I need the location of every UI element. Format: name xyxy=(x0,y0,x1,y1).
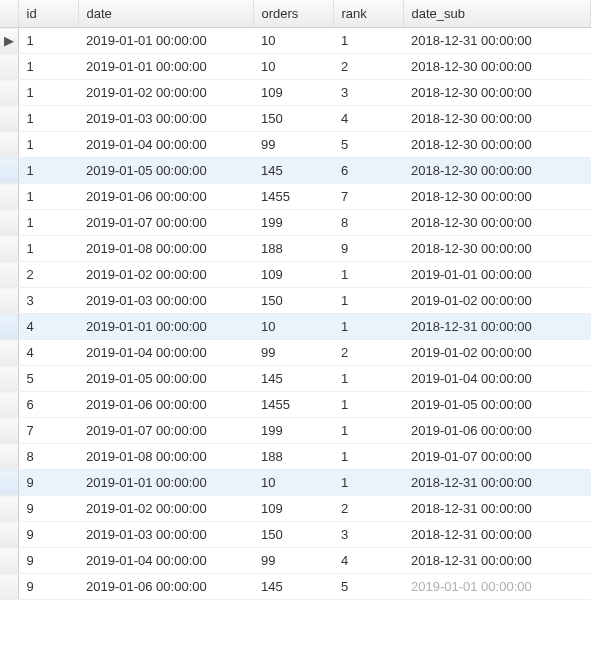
cell-date[interactable]: 2019-01-02 00:00:00 xyxy=(78,262,253,288)
table-row[interactable]: 32019-01-03 00:00:0015012019-01-02 00:00… xyxy=(0,288,591,314)
table-row[interactable]: 42019-01-04 00:00:009922019-01-02 00:00:… xyxy=(0,340,591,366)
cell-date_sub[interactable]: 2019-01-02 00:00:00 xyxy=(403,288,591,314)
cell-date[interactable]: 2019-01-05 00:00:00 xyxy=(78,366,253,392)
cell-date[interactable]: 2019-01-04 00:00:00 xyxy=(78,548,253,574)
cell-orders[interactable]: 145 xyxy=(253,574,333,600)
cell-date[interactable]: 2019-01-06 00:00:00 xyxy=(78,574,253,600)
cell-date[interactable]: 2019-01-03 00:00:00 xyxy=(78,106,253,132)
cell-rank[interactable]: 1 xyxy=(333,262,403,288)
table-row[interactable]: 82019-01-08 00:00:0018812019-01-07 00:00… xyxy=(0,444,591,470)
cell-date[interactable]: 2019-01-01 00:00:00 xyxy=(78,28,253,54)
cell-id[interactable]: 9 xyxy=(18,548,78,574)
cell-id[interactable]: 1 xyxy=(18,210,78,236)
cell-rank[interactable]: 4 xyxy=(333,106,403,132)
cell-date[interactable]: 2019-01-07 00:00:00 xyxy=(78,418,253,444)
table-row[interactable]: 12019-01-02 00:00:0010932018-12-30 00:00… xyxy=(0,80,591,106)
cell-rank[interactable]: 3 xyxy=(333,522,403,548)
table-row[interactable]: 12019-01-05 00:00:0014562018-12-30 00:00… xyxy=(0,158,591,184)
table-row[interactable]: 92019-01-04 00:00:009942018-12-31 00:00:… xyxy=(0,548,591,574)
table-row[interactable]: 92019-01-06 00:00:0014552019-01-01 00:00… xyxy=(0,574,591,600)
cell-date[interactable]: 2019-01-01 00:00:00 xyxy=(78,54,253,80)
data-grid[interactable]: id date orders rank date_sub ▶12019-01-0… xyxy=(0,0,591,600)
cell-date_sub[interactable]: 2019-01-02 00:00:00 xyxy=(403,340,591,366)
cell-date_sub[interactable]: 2018-12-30 00:00:00 xyxy=(403,210,591,236)
cell-date_sub[interactable]: 2018-12-30 00:00:00 xyxy=(403,184,591,210)
table-row[interactable]: 92019-01-03 00:00:0015032018-12-31 00:00… xyxy=(0,522,591,548)
cell-date[interactable]: 2019-01-08 00:00:00 xyxy=(78,236,253,262)
cell-date_sub[interactable]: 2018-12-31 00:00:00 xyxy=(403,28,591,54)
cell-rank[interactable]: 1 xyxy=(333,314,403,340)
table-row[interactable]: 12019-01-04 00:00:009952018-12-30 00:00:… xyxy=(0,132,591,158)
cell-date[interactable]: 2019-01-03 00:00:00 xyxy=(78,288,253,314)
table-row[interactable]: 12019-01-06 00:00:00145572018-12-30 00:0… xyxy=(0,184,591,210)
cell-date_sub[interactable]: 2018-12-31 00:00:00 xyxy=(403,314,591,340)
cell-orders[interactable]: 150 xyxy=(253,288,333,314)
cell-date_sub[interactable]: 2018-12-31 00:00:00 xyxy=(403,522,591,548)
cell-rank[interactable]: 6 xyxy=(333,158,403,184)
cell-orders[interactable]: 109 xyxy=(253,262,333,288)
cell-date_sub[interactable]: 2018-12-31 00:00:00 xyxy=(403,470,591,496)
col-header-orders[interactable]: orders xyxy=(253,0,333,28)
cell-date_sub[interactable]: 2018-12-30 00:00:00 xyxy=(403,106,591,132)
cell-orders[interactable]: 188 xyxy=(253,444,333,470)
cell-id[interactable]: 9 xyxy=(18,496,78,522)
cell-orders[interactable]: 10 xyxy=(253,28,333,54)
cell-id[interactable]: 6 xyxy=(18,392,78,418)
cell-orders[interactable]: 188 xyxy=(253,236,333,262)
cell-date_sub[interactable]: 2019-01-07 00:00:00 xyxy=(403,444,591,470)
cell-orders[interactable]: 150 xyxy=(253,522,333,548)
cell-id[interactable]: 8 xyxy=(18,444,78,470)
cell-date[interactable]: 2019-01-04 00:00:00 xyxy=(78,340,253,366)
table-row[interactable]: 12019-01-03 00:00:0015042018-12-30 00:00… xyxy=(0,106,591,132)
cell-rank[interactable]: 5 xyxy=(333,132,403,158)
cell-id[interactable]: 1 xyxy=(18,236,78,262)
cell-date[interactable]: 2019-01-06 00:00:00 xyxy=(78,184,253,210)
cell-id[interactable]: 1 xyxy=(18,158,78,184)
cell-id[interactable]: 7 xyxy=(18,418,78,444)
cell-date_sub[interactable]: 2018-12-30 00:00:00 xyxy=(403,132,591,158)
cell-orders[interactable]: 145 xyxy=(253,366,333,392)
cell-id[interactable]: 1 xyxy=(18,28,78,54)
cell-orders[interactable]: 199 xyxy=(253,210,333,236)
cell-orders[interactable]: 10 xyxy=(253,54,333,80)
table-row[interactable]: ▶12019-01-01 00:00:001012018-12-31 00:00… xyxy=(0,28,591,54)
cell-orders[interactable]: 10 xyxy=(253,470,333,496)
cell-orders[interactable]: 10 xyxy=(253,314,333,340)
cell-id[interactable]: 2 xyxy=(18,262,78,288)
col-header-rank[interactable]: rank xyxy=(333,0,403,28)
cell-orders[interactable]: 99 xyxy=(253,340,333,366)
table-row[interactable]: 22019-01-02 00:00:0010912019-01-01 00:00… xyxy=(0,262,591,288)
cell-date_sub[interactable]: 2018-12-31 00:00:00 xyxy=(403,496,591,522)
cell-orders[interactable]: 145 xyxy=(253,158,333,184)
cell-date[interactable]: 2019-01-08 00:00:00 xyxy=(78,444,253,470)
cell-date[interactable]: 2019-01-02 00:00:00 xyxy=(78,496,253,522)
cell-id[interactable]: 3 xyxy=(18,288,78,314)
cell-id[interactable]: 9 xyxy=(18,522,78,548)
table-row[interactable]: 72019-01-07 00:00:0019912019-01-06 00:00… xyxy=(0,418,591,444)
cell-date_sub[interactable]: 2019-01-04 00:00:00 xyxy=(403,366,591,392)
table-row[interactable]: 62019-01-06 00:00:00145512019-01-05 00:0… xyxy=(0,392,591,418)
cell-id[interactable]: 9 xyxy=(18,470,78,496)
col-header-id[interactable]: id xyxy=(18,0,78,28)
cell-date[interactable]: 2019-01-05 00:00:00 xyxy=(78,158,253,184)
col-header-date[interactable]: date xyxy=(78,0,253,28)
cell-date_sub[interactable]: 2018-12-30 00:00:00 xyxy=(403,236,591,262)
cell-id[interactable]: 9 xyxy=(18,574,78,600)
cell-rank[interactable]: 1 xyxy=(333,28,403,54)
cell-orders[interactable]: 99 xyxy=(253,548,333,574)
cell-date[interactable]: 2019-01-02 00:00:00 xyxy=(78,80,253,106)
cell-orders[interactable]: 109 xyxy=(253,496,333,522)
cell-date_sub[interactable]: 2018-12-30 00:00:00 xyxy=(403,80,591,106)
cell-id[interactable]: 1 xyxy=(18,106,78,132)
cell-date_sub[interactable]: 2018-12-31 00:00:00 xyxy=(403,548,591,574)
cell-rank[interactable]: 9 xyxy=(333,236,403,262)
cell-rank[interactable]: 2 xyxy=(333,496,403,522)
cell-orders[interactable]: 1455 xyxy=(253,184,333,210)
cell-id[interactable]: 1 xyxy=(18,80,78,106)
cell-id[interactable]: 1 xyxy=(18,184,78,210)
cell-rank[interactable]: 1 xyxy=(333,470,403,496)
cell-id[interactable]: 4 xyxy=(18,314,78,340)
cell-date_sub[interactable]: 2019-01-01 00:00:00 xyxy=(403,574,591,600)
cell-date_sub[interactable]: 2019-01-01 00:00:00 xyxy=(403,262,591,288)
cell-rank[interactable]: 5 xyxy=(333,574,403,600)
